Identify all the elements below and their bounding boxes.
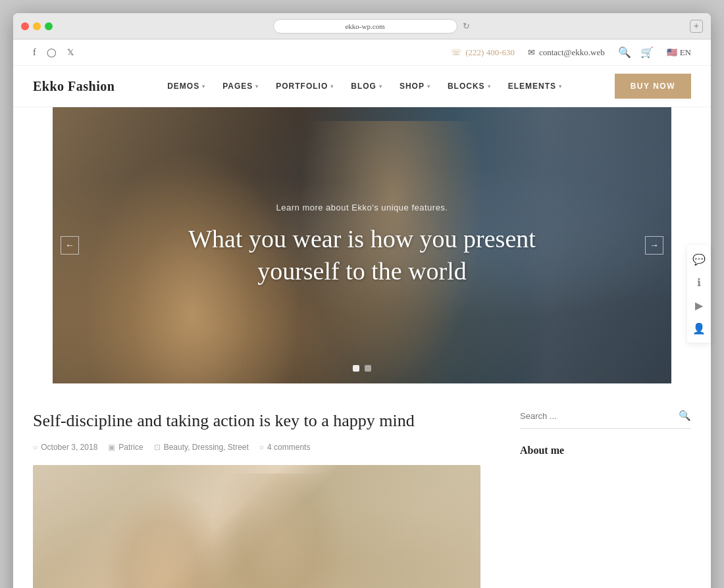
new-tab-button[interactable]: +	[690, 20, 703, 33]
phone-info: ☏ (222) 400-630	[451, 47, 515, 58]
url-input[interactable]: ekko-wp.com	[273, 19, 457, 34]
buy-now-button[interactable]: BUY NOW	[615, 74, 691, 99]
search-icon[interactable]: 🔍	[618, 46, 631, 59]
content-left: Self-discipline and taking action is key…	[33, 410, 520, 588]
post-meta: ○ October 3, 2018 ▣ Patrice ⊡ Beauty, Dr…	[33, 443, 480, 452]
cart-icon[interactable]: 🛒	[640, 46, 654, 59]
email-icon: ✉	[528, 47, 535, 58]
hero-title: What you wear is how you present yoursel…	[145, 223, 579, 288]
chevron-down-icon: ▾	[202, 84, 205, 89]
browser-dots	[21, 22, 53, 30]
top-bar-right: ☏ (222) 400-630 ✉ contact@ekko.web 🔍 🛒 🇺…	[451, 46, 691, 59]
figure-decorative-2	[212, 474, 346, 588]
post-comments: 4 comments	[267, 443, 310, 452]
maximize-dot[interactable]	[45, 22, 53, 30]
nav-item-blocks[interactable]: BLOCKS ▾	[441, 76, 498, 96]
address-bar: ekko-wp.com ↻	[58, 19, 685, 34]
hero-wrapper: Learn more about Ekko's unique features.…	[13, 107, 711, 383]
hero-dot-1[interactable]	[353, 365, 359, 372]
email-address: contact@ekko.web	[539, 47, 605, 58]
facebook-icon[interactable]: f	[33, 47, 36, 58]
search-button[interactable]: 🔍	[679, 410, 691, 422]
browser-chrome: ekko-wp.com ↻ +	[13, 13, 711, 39]
nav-item-shop[interactable]: SHOP ▾	[393, 76, 437, 96]
figure-decorative-1	[100, 482, 225, 588]
minimize-dot[interactable]	[33, 22, 41, 30]
post-date: October 3, 2018	[41, 443, 97, 452]
about-section-title: About me	[520, 445, 691, 456]
top-bar: f ◯ 𝕏 ☏ (222) 400-630 ✉ contact@ekko.web…	[13, 39, 711, 66]
phone-number: (222) 400-630	[465, 47, 515, 58]
close-dot[interactable]	[21, 22, 29, 30]
email-info: ✉ contact@ekko.web	[528, 47, 605, 58]
chevron-down-icon: ▾	[427, 84, 430, 89]
meta-date: ○ October 3, 2018	[33, 443, 97, 452]
chevron-down-icon: ▾	[379, 84, 382, 89]
sidebar: 🔍 About me	[520, 410, 691, 588]
post-author: Patrice	[118, 443, 143, 452]
nav-item-elements[interactable]: ELEMENTS ▾	[502, 76, 569, 96]
chevron-down-icon: ▾	[255, 84, 259, 89]
navbar: Ekko Fashion DEMOS ▾ PAGES ▾ PORTFOLIO ▾…	[13, 66, 711, 107]
hero-prev-button[interactable]: ←	[61, 236, 79, 255]
post-categories: Beauty, Dressing, Street	[164, 443, 249, 452]
site-content: f ◯ 𝕏 ☏ (222) 400-630 ✉ contact@ekko.web…	[13, 39, 711, 588]
hero-subtitle: Learn more about Ekko's unique features.	[145, 203, 579, 212]
folder-icon: ▣	[108, 443, 115, 452]
search-input[interactable]	[520, 411, 679, 421]
tag-icon: ⊡	[154, 443, 161, 452]
chevron-down-icon: ▾	[488, 84, 491, 89]
meta-comments: ○ 4 comments	[259, 443, 311, 452]
clock-icon: ○	[33, 443, 38, 452]
nav-item-demos[interactable]: DEMOS ▾	[161, 76, 212, 96]
language-label: EN	[680, 47, 691, 58]
nav-item-pages[interactable]: PAGES ▾	[216, 76, 265, 96]
search-box: 🔍	[520, 410, 691, 429]
instagram-icon[interactable]: ◯	[47, 47, 57, 58]
hero-dot-2[interactable]	[365, 365, 371, 372]
flag-icon: 🇺🇸	[667, 47, 677, 58]
hero-section: Learn more about Ekko's unique features.…	[53, 107, 671, 383]
top-bar-icons: 🔍 🛒	[618, 46, 654, 59]
chevron-down-icon: ▾	[330, 84, 334, 89]
nav-item-portfolio[interactable]: PORTFOLIO ▾	[269, 76, 340, 96]
floating-comment-icon[interactable]: 💬	[692, 253, 706, 266]
hero-text: Learn more about Ekko's unique features.…	[145, 203, 579, 288]
refresh-icon[interactable]: ↻	[463, 21, 470, 32]
blog-post-title: Self-discipline and taking action is key…	[33, 410, 480, 432]
meta-author: ▣ Patrice	[108, 443, 143, 452]
floating-sidebar: 💬 ℹ ▶ 👤	[687, 245, 711, 343]
site-logo[interactable]: Ekko Fashion	[33, 79, 115, 94]
floating-user-icon[interactable]: 👤	[692, 322, 706, 335]
chevron-down-icon: ▾	[559, 84, 562, 89]
floating-play-icon[interactable]: ▶	[692, 299, 706, 312]
hero-next-button[interactable]: →	[645, 236, 663, 255]
comment-icon: ○	[259, 443, 264, 452]
meta-categories: ⊡ Beauty, Dressing, Street	[154, 443, 249, 452]
post-image	[33, 465, 480, 588]
twitter-icon[interactable]: 𝕏	[67, 47, 74, 58]
social-icons: f ◯ 𝕏	[33, 47, 74, 58]
language-selector[interactable]: 🇺🇸 EN	[667, 47, 691, 58]
phone-icon: ☏	[451, 47, 461, 58]
main-content: Self-discipline and taking action is key…	[13, 383, 711, 588]
nav-menu: DEMOS ▾ PAGES ▾ PORTFOLIO ▾ BLOG ▾ SHOP	[161, 76, 569, 96]
floating-info-icon[interactable]: ℹ	[692, 276, 706, 289]
nav-item-blog[interactable]: BLOG ▾	[344, 76, 389, 96]
hero-dots	[353, 365, 371, 372]
